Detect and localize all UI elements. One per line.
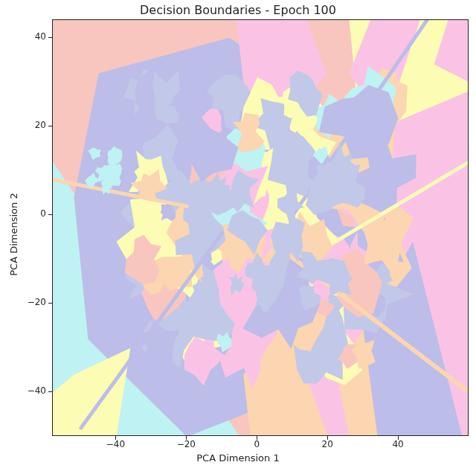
plot-axes	[52, 19, 469, 436]
y-tick-mark	[48, 214, 52, 215]
y-axis-label: PCA Dimension 2	[8, 193, 19, 275]
x-tick-label: −40	[100, 439, 130, 449]
y-tick-mark	[48, 37, 52, 38]
axes-area	[52, 19, 469, 436]
x-tick-label: −20	[171, 439, 201, 449]
y-tick-mark	[48, 303, 52, 304]
x-tick-label: 40	[383, 439, 413, 449]
decision-boundary-canvas	[53, 20, 469, 436]
y-axis-label-wrap: PCA Dimension 2	[13, 0, 28, 468]
figure: Decision Boundaries - Epoch 100 −40−2002…	[0, 0, 476, 468]
x-axis-label: PCA Dimension 1	[0, 452, 476, 464]
x-tick-label: 0	[242, 439, 271, 449]
x-tick-label: 20	[312, 439, 342, 449]
y-tick-mark	[48, 391, 52, 392]
plot-title: Decision Boundaries - Epoch 100	[0, 3, 476, 17]
y-tick-mark	[48, 126, 52, 126]
